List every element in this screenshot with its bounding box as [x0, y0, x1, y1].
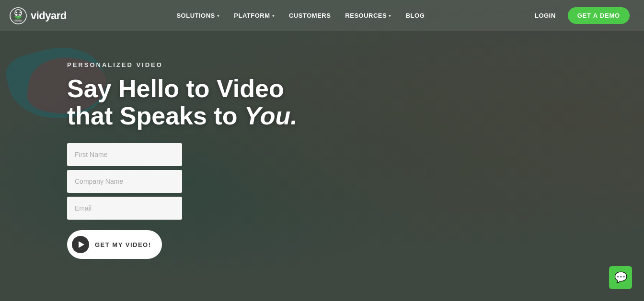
nav-links: SOLUTIONS ▾ PLATFORM ▾ CUSTOMERS RESOURC… [176, 12, 425, 19]
platform-chevron-icon: ▾ [272, 13, 275, 18]
hero-content: PERSONALIZED VIDEO Say Hello to Video th… [0, 0, 644, 301]
nav-right: LOGIN GET A DEMO [535, 7, 630, 24]
hero-form [67, 143, 644, 220]
play-icon [72, 236, 89, 253]
company-name-input[interactable] [67, 170, 182, 193]
nav-solutions[interactable]: SOLUTIONS ▾ [176, 12, 219, 19]
svg-rect-4 [14, 20, 22, 22]
email-input[interactable] [67, 197, 182, 220]
solutions-chevron-icon: ▾ [217, 13, 220, 18]
nav-resources[interactable]: RESOURCES ▾ [345, 12, 391, 19]
vidyard-logo-icon [10, 7, 27, 24]
logo-link[interactable]: vidyard [10, 7, 67, 24]
chat-icon: 💬 [614, 271, 627, 284]
hero-eyebrow: PERSONALIZED VIDEO [67, 61, 644, 68]
nav-platform[interactable]: PLATFORM ▾ [234, 12, 275, 19]
svg-point-2 [16, 11, 17, 13]
logo-wordmark: vidyard [31, 10, 67, 22]
login-button[interactable]: LOGIN [535, 12, 556, 19]
nav-blog[interactable]: BLOG [406, 12, 425, 19]
chat-widget[interactable]: 💬 [609, 266, 632, 289]
svg-point-3 [20, 11, 21, 13]
navbar: vidyard SOLUTIONS ▾ PLATFORM ▾ CUSTOMERS… [0, 0, 644, 31]
nav-customers[interactable]: CUSTOMERS [289, 12, 331, 19]
first-name-input[interactable] [67, 143, 182, 166]
get-video-button[interactable]: GET MY VIDEO! [67, 230, 162, 259]
hero-headline: Say Hello to Video that Speaks to You. [67, 75, 307, 130]
cta-label: GET MY VIDEO! [95, 241, 151, 248]
resources-chevron-icon: ▾ [389, 13, 391, 18]
get-demo-button[interactable]: GET A DEMO [568, 7, 630, 24]
